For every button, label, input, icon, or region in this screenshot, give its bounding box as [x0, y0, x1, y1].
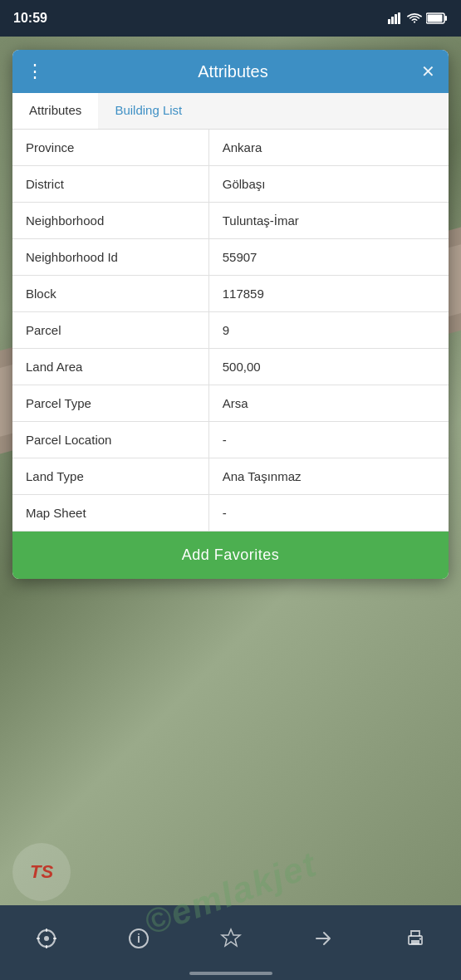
tab-attributes[interactable]: Attributes	[12, 93, 98, 129]
attr-key: District	[12, 166, 208, 203]
table-row: Parcel Location -	[12, 422, 449, 458]
bottom-toolbar: i	[0, 905, 461, 980]
svg-rect-3	[398, 12, 400, 24]
star-icon[interactable]	[213, 920, 249, 957]
svg-rect-1	[391, 17, 394, 24]
attr-value: Ankara	[208, 130, 449, 166]
close-button[interactable]: ✕	[421, 61, 435, 81]
table-row: Parcel Type Arsa	[12, 385, 449, 422]
attr-key: Neighborhood	[12, 203, 208, 239]
menu-button[interactable]: ⋮	[26, 62, 45, 81]
svg-text:i: i	[137, 932, 140, 945]
modal-title: Attributes	[45, 62, 421, 81]
attr-value: Arsa	[208, 385, 449, 422]
attr-value: -	[208, 422, 449, 458]
arrow-icon[interactable]	[305, 920, 341, 957]
table-row: Block 117859	[12, 276, 449, 312]
status-time: 10:59	[13, 11, 47, 26]
wifi-icon	[407, 12, 422, 24]
modal-header: ⋮ Attributes ✕	[12, 50, 449, 93]
locate-icon[interactable]	[28, 920, 65, 957]
svg-rect-6	[428, 15, 443, 22]
home-indicator	[189, 972, 272, 975]
attributes-modal: ⋮ Attributes ✕ Attributes Building List …	[12, 50, 449, 579]
attr-key: Parcel	[12, 312, 208, 349]
svg-point-18	[419, 938, 420, 939]
attr-value: Gölbaşı	[208, 166, 449, 203]
attr-key: Parcel Type	[12, 385, 208, 422]
status-icons	[388, 12, 448, 24]
svg-rect-17	[411, 940, 419, 944]
table-row: Land Type Ana Taşınmaz	[12, 458, 449, 495]
logo-text: TS	[30, 861, 53, 883]
attr-value: Ana Taşınmaz	[208, 458, 449, 495]
attr-key: Neighborhood Id	[12, 239, 208, 276]
svg-rect-5	[445, 16, 448, 21]
svg-rect-2	[395, 14, 397, 24]
table-row: Land Area 500,00	[12, 349, 449, 385]
table-row: Neighborhood Tuluntaş-İmar	[12, 203, 449, 239]
battery-icon	[426, 12, 448, 24]
attr-key: Province	[12, 130, 208, 166]
add-favorites-button[interactable]: Add Favorites	[12, 532, 449, 579]
table-row: Province Ankara	[12, 130, 449, 166]
attr-value: 55907	[208, 239, 449, 276]
attr-value: 9	[208, 312, 449, 349]
attr-key: Parcel Location	[12, 422, 208, 458]
attributes-table: Province Ankara District Gölbaşı Neighbo…	[12, 130, 449, 532]
table-row: District Gölbaşı	[12, 166, 449, 203]
attr-value: -	[208, 495, 449, 532]
table-row: Neighborhood Id 55907	[12, 239, 449, 276]
table-row: Map Sheet -	[12, 495, 449, 532]
tab-bar: Attributes Building List	[12, 93, 449, 130]
attr-key: Land Area	[12, 349, 208, 385]
svg-rect-0	[388, 19, 390, 24]
logo: TS	[12, 843, 71, 901]
table-row: Parcel 9	[12, 312, 449, 349]
attr-value: 117859	[208, 276, 449, 312]
status-bar: 10:59	[0, 0, 461, 37]
attr-key: Map Sheet	[12, 495, 208, 532]
attr-key: Block	[12, 276, 208, 312]
svg-point-8	[44, 936, 49, 941]
attr-value: 500,00	[208, 349, 449, 385]
attr-key: Land Type	[12, 458, 208, 495]
attr-value: Tuluntaş-İmar	[208, 203, 449, 239]
signal-icon	[388, 12, 403, 24]
info-icon[interactable]: i	[120, 920, 157, 957]
print-icon[interactable]	[397, 920, 434, 957]
tab-building-list[interactable]: Building List	[98, 93, 199, 129]
svg-marker-15	[222, 929, 240, 946]
